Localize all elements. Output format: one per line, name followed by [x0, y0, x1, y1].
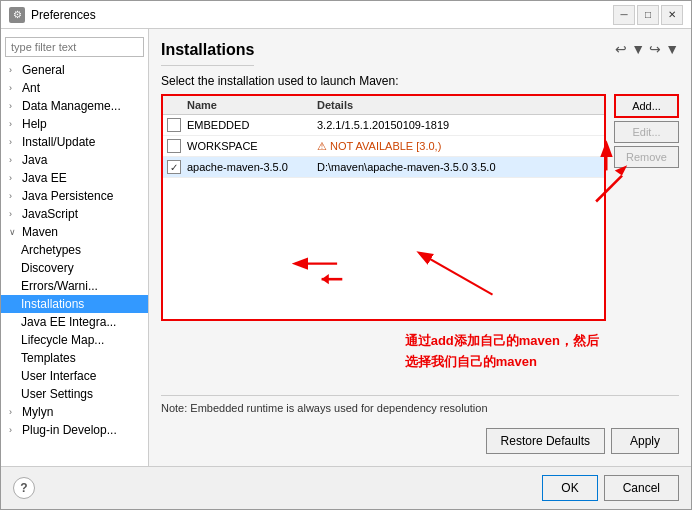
sidebar-item-archetypes[interactable]: Archetypes — [1, 241, 148, 259]
sidebar-item-label: Java EE — [22, 171, 67, 185]
row-name: apache-maven-3.5.0 — [187, 161, 317, 173]
row-checkbox-checked[interactable]: ✓ — [167, 160, 181, 174]
maximize-button[interactable]: □ — [637, 5, 659, 25]
minimize-button[interactable]: ─ — [613, 5, 635, 25]
table-area: Name Details EMBEDDED 3.2.1/1.5.1.201501… — [161, 94, 679, 321]
sidebar-item-label: General — [22, 63, 65, 77]
side-buttons: Add... Edit... Remove — [614, 94, 679, 321]
row-checkbox[interactable] — [167, 139, 181, 153]
row-checkbox[interactable] — [167, 118, 181, 132]
toolbar-icons: ↩ ▼ ↪ ▼ — [615, 41, 679, 57]
arrow-icon: › — [9, 191, 19, 201]
name-col-header: Name — [187, 99, 317, 111]
help-button[interactable]: ? — [13, 477, 35, 499]
filter-input[interactable] — [5, 37, 144, 57]
sidebar-item-java-ee[interactable]: › Java EE — [1, 169, 148, 187]
footer-buttons: ? OK Cancel — [1, 466, 691, 509]
arrow-icon: › — [9, 65, 19, 75]
sidebar-item-install-update[interactable]: › Install/Update — [1, 133, 148, 151]
arrow-icon: › — [9, 407, 19, 417]
panel-subtitle: Select the installation used to launch M… — [161, 74, 679, 88]
row-details: 3.2.1/1.5.1.20150109-1819 — [317, 119, 600, 131]
row-name: WORKSPACE — [187, 140, 317, 152]
sidebar-item-plugin-develop[interactable]: › Plug-in Develop... — [1, 421, 148, 439]
title-bar: ⚙ Preferences ─ □ ✕ — [1, 1, 691, 29]
forward-icon[interactable]: ↪ — [649, 41, 661, 57]
panel-title: Installations — [161, 41, 254, 66]
row-details: D:\maven\apache-maven-3.5.0 3.5.0 — [317, 161, 600, 173]
note-bar: Note: Embedded runtime is always used fo… — [161, 395, 679, 420]
close-button[interactable]: ✕ — [661, 5, 683, 25]
title-buttons: ─ □ ✕ — [613, 5, 683, 25]
arrow-icon: › — [9, 173, 19, 183]
table-row[interactable]: WORKSPACE ⚠ NOT AVAILABLE [3.0,) — [163, 136, 604, 157]
arrow-icon: › — [9, 209, 19, 219]
sidebar-item-label: User Interface — [21, 369, 96, 383]
installations-table: Name Details EMBEDDED 3.2.1/1.5.1.201501… — [161, 94, 606, 321]
sidebar-item-label: Archetypes — [21, 243, 81, 257]
cancel-button[interactable]: Cancel — [604, 475, 679, 501]
sidebar-item-java[interactable]: › Java — [1, 151, 148, 169]
sidebar-item-templates[interactable]: Templates — [1, 349, 148, 367]
back-icon[interactable]: ↩ — [615, 41, 627, 57]
sidebar-item-java-ee-integra[interactable]: Java EE Integra... — [1, 313, 148, 331]
sidebar-item-label: Errors/Warni... — [21, 279, 98, 293]
panel-content-wrapper: Name Details EMBEDDED 3.2.1/1.5.1.201501… — [161, 94, 679, 454]
annotation-text: 通过add添加自己的maven，然后 选择我们自己的maven — [405, 331, 599, 373]
preferences-window: ⚙ Preferences ─ □ ✕ › General › Ant › Da… — [0, 0, 692, 510]
row-name: EMBEDDED — [187, 119, 317, 131]
sidebar-item-help[interactable]: › Help — [1, 115, 148, 133]
table-row-selected[interactable]: ✓ apache-maven-3.5.0 D:\maven\apache-mav… — [163, 157, 604, 178]
footer-right: OK Cancel — [542, 475, 679, 501]
sidebar-item-java-persistence[interactable]: › Java Persistence — [1, 187, 148, 205]
sidebar-item-label: Install/Update — [22, 135, 95, 149]
apply-button[interactable]: Apply — [611, 428, 679, 454]
sidebar-item-ant[interactable]: › Ant — [1, 79, 148, 97]
sidebar-item-data-management[interactable]: › Data Manageme... — [1, 97, 148, 115]
sidebar-item-label: Java EE Integra... — [21, 315, 116, 329]
arrow-icon: › — [9, 119, 19, 129]
sidebar-item-general[interactable]: › General — [1, 61, 148, 79]
restore-defaults-button[interactable]: Restore Defaults — [486, 428, 605, 454]
back-arrow-icon[interactable]: ▼ — [631, 41, 645, 57]
check-col-header — [167, 99, 187, 111]
footer-left: ? — [13, 477, 35, 499]
forward-arrow-icon[interactable]: ▼ — [665, 41, 679, 57]
arrow-icon: › — [9, 83, 19, 93]
annotation-line2: 选择我们自己的maven — [405, 354, 537, 369]
arrow-icon: › — [9, 137, 19, 147]
sidebar-item-installations[interactable]: Installations — [1, 295, 148, 313]
table-header: Name Details — [163, 96, 604, 115]
remove-button[interactable]: Remove — [614, 146, 679, 168]
sidebar-item-label: Mylyn — [22, 405, 53, 419]
panel-header-row: Installations ↩ ▼ ↪ ▼ — [161, 41, 679, 74]
add-button[interactable]: Add... — [614, 94, 679, 118]
sidebar-item-maven[interactable]: ∨ Maven — [1, 223, 148, 241]
annotation-area: 通过add添加自己的maven，然后 选择我们自己的maven — [161, 321, 679, 391]
details-col-header: Details — [317, 99, 600, 111]
sidebar-item-user-interface[interactable]: User Interface — [1, 367, 148, 385]
sidebar-item-label: Plug-in Develop... — [22, 423, 117, 437]
sidebar-item-discovery[interactable]: Discovery — [1, 259, 148, 277]
arrow-icon: › — [9, 101, 19, 111]
main-panel: Installations ↩ ▼ ↪ ▼ Select the install… — [149, 29, 691, 466]
sidebar-item-label: Ant — [22, 81, 40, 95]
sidebar-item-label: User Settings — [21, 387, 93, 401]
edit-button[interactable]: Edit... — [614, 121, 679, 143]
sidebar-item-errors[interactable]: Errors/Warni... — [1, 277, 148, 295]
sidebar-item-user-settings[interactable]: User Settings — [1, 385, 148, 403]
window-title: Preferences — [31, 8, 96, 22]
sidebar-item-lifecycle-map[interactable]: Lifecycle Map... — [1, 331, 148, 349]
row-check-col — [167, 118, 187, 132]
sidebar-item-javascript[interactable]: › JavaScript — [1, 205, 148, 223]
panel-action-buttons: Restore Defaults Apply — [161, 420, 679, 454]
sidebar-item-label: Installations — [21, 297, 84, 311]
sidebar-item-label: Discovery — [21, 261, 74, 275]
arrow-icon: › — [9, 155, 19, 165]
window-icon: ⚙ — [9, 7, 25, 23]
sidebar-item-mylyn[interactable]: › Mylyn — [1, 403, 148, 421]
ok-button[interactable]: OK — [542, 475, 597, 501]
sidebar-item-label: Lifecycle Map... — [21, 333, 104, 347]
sidebar-item-label: Data Manageme... — [22, 99, 121, 113]
table-row[interactable]: EMBEDDED 3.2.1/1.5.1.20150109-1819 — [163, 115, 604, 136]
